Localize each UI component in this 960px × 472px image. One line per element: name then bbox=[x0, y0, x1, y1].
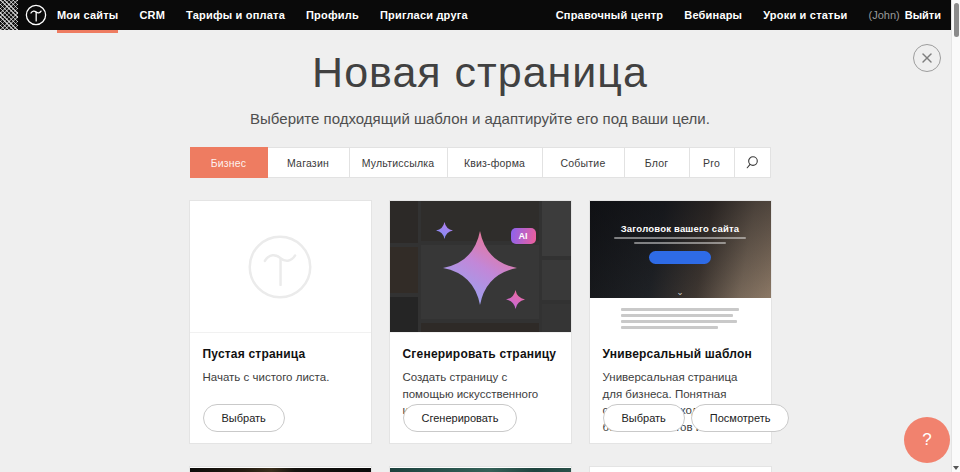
close-icon bbox=[921, 52, 933, 64]
text-line bbox=[621, 308, 739, 311]
card-ai-generate: AI Сгенерировать страницу Создать страни… bbox=[390, 201, 571, 443]
template-hero-button bbox=[649, 251, 711, 264]
tilda-logo-icon[interactable] bbox=[25, 4, 47, 26]
blank-page-thumbnail[interactable] bbox=[190, 201, 371, 333]
preview-text-lines bbox=[621, 308, 739, 333]
ai-generate-thumbnail[interactable]: AI bbox=[390, 201, 571, 333]
template-thumbnail bbox=[390, 468, 571, 472]
nav-item-invite-friend[interactable]: Пригласи друга bbox=[380, 0, 468, 30]
user-name: (John) bbox=[869, 9, 900, 21]
page-subtitle: Выберите подходящий шаблон и адаптируйте… bbox=[0, 110, 960, 127]
tab-search[interactable] bbox=[735, 147, 771, 178]
nav-item-crm[interactable]: CRM bbox=[139, 0, 165, 30]
text-line bbox=[621, 320, 737, 323]
card-partial[interactable] bbox=[190, 467, 371, 472]
card-title: Пустая страница bbox=[203, 347, 358, 361]
template-category-tabs: Бизнес Магазин Мультиссылка Квиз-форма С… bbox=[190, 147, 771, 178]
topbar-nav-left: Мои сайты CRM Тарифы и оплата Профиль Пр… bbox=[57, 0, 489, 30]
tilda-watermark-icon bbox=[247, 234, 313, 300]
text-line bbox=[634, 242, 726, 244]
tab-label: Событие bbox=[561, 157, 606, 169]
tab-label: Pro bbox=[703, 157, 720, 169]
small-sparkle-icon bbox=[506, 290, 525, 309]
next-row-cards bbox=[190, 467, 771, 472]
card-blank-page: Пустая страница Начать с чистого листа. … bbox=[190, 201, 371, 443]
card-title: Универсальный шаблон bbox=[603, 347, 758, 361]
text-line bbox=[621, 314, 733, 317]
nav-item-label: Уроки и статьи bbox=[763, 9, 847, 21]
logout-link[interactable]: Выйти bbox=[905, 9, 941, 21]
nav-item-help-center[interactable]: Справочный центр bbox=[556, 0, 664, 30]
universal-template-thumbnail[interactable]: Заголовок вашего сайта ⌄ bbox=[590, 201, 771, 333]
ai-badge: AI bbox=[511, 228, 536, 244]
tab-business[interactable]: Бизнес bbox=[190, 147, 268, 178]
text-line bbox=[621, 326, 718, 329]
pattern-strip bbox=[0, 0, 18, 30]
card-description: Начать с чистого листа. bbox=[203, 369, 358, 386]
nav-item-tariffs[interactable]: Тарифы и оплата bbox=[186, 0, 285, 30]
help-button[interactable]: ? bbox=[904, 417, 950, 463]
choose-template-button[interactable]: Выбрать bbox=[603, 404, 685, 432]
template-thumbnail bbox=[190, 468, 371, 472]
nav-item-label: Справочный центр bbox=[556, 9, 664, 21]
scrollbar-thumb[interactable] bbox=[954, 3, 959, 37]
topbar-nav-right: Справочный центр Вебинары Уроки и статьи… bbox=[535, 0, 941, 30]
nav-item-label: CRM bbox=[139, 9, 165, 21]
card-universal-template: Заголовок вашего сайта ⌄ Универсальный ш… bbox=[590, 201, 771, 443]
nav-item-label: Профиль bbox=[306, 9, 359, 21]
card-partial[interactable] bbox=[590, 467, 771, 472]
template-text-section bbox=[590, 298, 771, 333]
nav-item-label: Вебинары bbox=[684, 9, 742, 21]
template-cards: Пустая страница Начать с чистого листа. … bbox=[190, 201, 771, 443]
template-hero-preview: Заголовок вашего сайта ⌄ bbox=[590, 201, 771, 298]
tab-label: Квиз-форма bbox=[464, 157, 525, 169]
nav-item-label: Мои сайты bbox=[57, 9, 118, 21]
tab-event[interactable]: Событие bbox=[543, 147, 625, 178]
tab-multilink[interactable]: Мультиссылка bbox=[350, 147, 448, 178]
text-line bbox=[614, 237, 746, 239]
nav-item-my-sites[interactable]: Мои сайты bbox=[57, 0, 118, 30]
template-thumbnail bbox=[590, 468, 771, 472]
active-underline bbox=[57, 30, 118, 33]
nav-item-label: Пригласи друга bbox=[380, 9, 468, 21]
card-title: Сгенерировать страницу bbox=[403, 347, 558, 361]
close-button[interactable] bbox=[913, 44, 941, 72]
tab-blog[interactable]: Блог bbox=[625, 147, 690, 178]
chevron-down-icon: ⌄ bbox=[676, 287, 684, 297]
nav-item-label: Тарифы и оплата bbox=[186, 9, 285, 21]
tab-pro[interactable]: Pro bbox=[690, 147, 735, 178]
nav-item-profile[interactable]: Профиль bbox=[306, 0, 359, 30]
tab-label: Бизнес bbox=[211, 157, 247, 169]
nav-item-webinars[interactable]: Вебинары bbox=[684, 0, 742, 30]
tab-label: Магазин bbox=[287, 157, 329, 169]
scrollbar[interactable] bbox=[951, 0, 960, 472]
choose-blank-button[interactable]: Выбрать bbox=[203, 404, 285, 432]
topbar: Мои сайты CRM Тарифы и оплата Профиль Пр… bbox=[0, 0, 951, 30]
generate-button[interactable]: Сгенерировать bbox=[403, 404, 518, 432]
template-hero-heading: Заголовок вашего сайта bbox=[590, 223, 771, 234]
tab-quiz-form[interactable]: Квиз-форма bbox=[448, 147, 543, 178]
tab-label: Мультиссылка bbox=[362, 157, 435, 169]
scroll-down-icon[interactable] bbox=[953, 466, 959, 470]
nav-item-lessons[interactable]: Уроки и статьи bbox=[763, 0, 847, 30]
card-partial[interactable] bbox=[390, 467, 571, 472]
preview-template-button[interactable]: Посмотреть bbox=[691, 404, 790, 432]
tab-label: Блог bbox=[645, 157, 669, 169]
search-icon bbox=[745, 155, 760, 170]
page-title: Новая страница bbox=[0, 48, 960, 97]
tab-shop[interactable]: Магазин bbox=[268, 147, 350, 178]
